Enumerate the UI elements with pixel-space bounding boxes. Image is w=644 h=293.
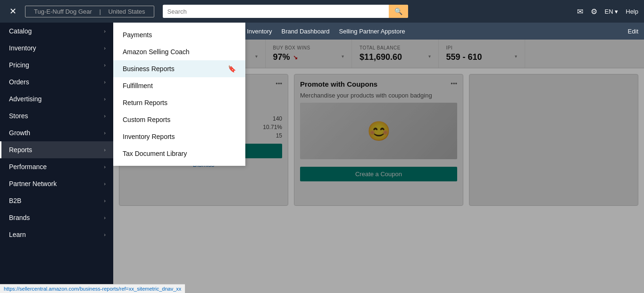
store-name: Tug-E-Nuff Dog Gear	[34, 8, 92, 15]
store-region: United States	[108, 8, 145, 15]
sidebar-item-label: Orders	[9, 78, 29, 86]
sidebar-item-label: Reports	[9, 146, 32, 154]
stat-label: IPI	[446, 45, 518, 50]
submenu-label: Fulfillment	[123, 82, 153, 90]
sec-nav-brand-dashboard[interactable]: Brand Dashboard	[277, 25, 335, 38]
settings-icon[interactable]: ⚙	[591, 7, 597, 16]
stat-value: 97%↘	[273, 52, 298, 62]
store-separator: |	[99, 8, 100, 15]
video-stat-value: 15	[276, 132, 282, 139]
header-right: ✉ ⚙ EN ▾ Help	[577, 7, 638, 16]
submenu-item-selling-coach[interactable]: Amazon Selling Coach	[113, 43, 245, 60]
bookmark-icon: 🔖	[228, 65, 236, 73]
submenu-label: Payments	[123, 31, 152, 39]
mail-icon[interactable]: ✉	[577, 7, 583, 16]
sidebar-item-brands[interactable]: Brands›	[0, 209, 113, 212]
sidebar-item-label: Advertising	[9, 95, 42, 103]
coupons-card: Promote with Coupons ••• Merchandise you…	[294, 74, 463, 206]
sidebar-item-advertising[interactable]: Advertising›	[0, 90, 113, 107]
stat-buy-box-wins: BUY BOX WINS 97%↘ ▾	[266, 40, 352, 68]
language-selector[interactable]: EN ▾	[605, 8, 619, 15]
sidebar-item-label: Growth	[9, 129, 30, 137]
submenu-item-payments[interactable]: Payments	[113, 26, 245, 43]
submenu-label: Business Reports	[123, 65, 175, 73]
chevron-right-icon: ›	[104, 164, 106, 170]
submenu-item-custom-reports[interactable]: Custom Reports	[113, 111, 245, 128]
sidebar: Catalog›Inventory›Pricing›Orders›Adverti…	[0, 0, 113, 212]
sidebar-item-inventory[interactable]: Inventory›	[0, 40, 113, 57]
search-button[interactable]: 🔍	[389, 5, 408, 18]
trend-down-icon: ↘	[293, 54, 298, 61]
sidebar-item-label: Inventory	[9, 44, 36, 52]
sidebar-item-label: Catalog	[9, 27, 32, 35]
sec-nav-appstore[interactable]: Selling Partner Appstore	[335, 25, 410, 38]
chevron-right-icon: ›	[104, 113, 106, 119]
sidebar-item-partner-network[interactable]: Partner Network›	[0, 175, 113, 192]
sidebar-item-catalog[interactable]: Catalog›	[0, 23, 113, 40]
dropdown-arrow-icon[interactable]: ▾	[342, 54, 344, 59]
sidebar-item-performance[interactable]: Performance›	[0, 158, 113, 175]
submenu-label: Custom Reports	[123, 116, 170, 123]
stat-value: 559 - 610	[446, 52, 482, 62]
dropdown-arrow-icon[interactable]: ▾	[515, 54, 517, 59]
videos-card-menu[interactable]: •••	[276, 80, 282, 87]
store-badge[interactable]: Tug-E-Nuff Dog Gear | United States	[25, 6, 154, 17]
coupons-card-menu[interactable]: •••	[451, 80, 457, 87]
stat-total-balance: TOTAL BALANCE $11,690.60 ▾	[352, 40, 439, 68]
create-coupon-button[interactable]: Create a Coupon	[300, 167, 457, 181]
placeholder-card	[469, 74, 638, 206]
dropdown-arrow-icon[interactable]: ▾	[428, 54, 431, 59]
sidebar-item-label: Pricing	[9, 61, 29, 69]
top-header: ✕ Tug-E-Nuff Dog Gear | United States 🔍 …	[0, 0, 644, 23]
reports-submenu: PaymentsAmazon Selling CoachBusiness Rep…	[113, 23, 245, 166]
chevron-right-icon: ›	[104, 130, 106, 136]
chevron-right-icon: ›	[104, 147, 106, 153]
sidebar-item-pricing[interactable]: Pricing›	[0, 57, 113, 73]
sidebar-item-label: Partner Network	[9, 180, 57, 187]
submenu-label: Return Reports	[123, 99, 167, 106]
chevron-right-icon: ›	[104, 28, 106, 34]
sidebar-item-b2b[interactable]: B2B›	[0, 192, 113, 209]
coupons-card-title: Promote with Coupons	[300, 80, 457, 88]
dropdown-arrow-icon[interactable]: ▾	[255, 54, 258, 59]
chevron-right-icon: ›	[104, 96, 106, 102]
sidebar-item-orders[interactable]: Orders›	[0, 73, 113, 90]
sidebar-item-label: B2B	[9, 197, 21, 204]
chevron-right-icon: ›	[104, 62, 106, 68]
stat-value: $11,690.60	[360, 52, 402, 62]
coupon-person-graphic: 😊	[300, 103, 457, 159]
chevron-right-icon: ›	[104, 198, 106, 203]
submenu-item-inventory-reports[interactable]: Inventory Reports	[113, 128, 245, 145]
sidebar-item-reports[interactable]: Reports›	[0, 141, 113, 158]
sidebar-item-label: Performance	[9, 163, 47, 171]
submenu-item-business-reports[interactable]: Business Reports🔖	[113, 60, 245, 77]
sidebar-item-growth[interactable]: Growth›	[0, 124, 113, 141]
chevron-right-icon: ›	[104, 181, 106, 187]
submenu-item-tax-docs[interactable]: Tax Document Library	[113, 145, 245, 162]
chevron-right-icon: ›	[104, 45, 106, 51]
video-stat-value: 140	[273, 115, 282, 122]
stat-label: BUY BOX WINS	[273, 45, 344, 50]
stat-ipi: IPI 559 - 610 ▾	[439, 40, 526, 68]
coupons-card-body: Merchandise your products with coupon ba…	[300, 92, 457, 99]
submenu-item-fulfillment[interactable]: Fulfillment	[113, 77, 245, 94]
chevron-right-icon: ›	[104, 79, 106, 85]
close-button[interactable]: ✕	[6, 4, 20, 18]
submenu-label: Inventory Reports	[123, 133, 175, 140]
video-stat-value: 10.71%	[263, 124, 282, 130]
sidebar-item-stores[interactable]: Stores›	[0, 107, 113, 124]
submenu-item-return-reports[interactable]: Return Reports	[113, 94, 245, 111]
search-input[interactable]	[163, 5, 389, 18]
submenu-label: Tax Document Library	[123, 150, 187, 157]
search-bar: 🔍	[163, 5, 408, 18]
help-link[interactable]: Help	[626, 8, 638, 15]
sidebar-item-label: Stores	[9, 112, 28, 120]
submenu-label: Amazon Selling Coach	[123, 48, 190, 56]
search-icon: 🔍	[394, 8, 402, 15]
stat-label: TOTAL BALANCE	[360, 45, 431, 50]
edit-button[interactable]: Edit	[628, 28, 638, 35]
coupon-image: 😊	[300, 103, 457, 159]
